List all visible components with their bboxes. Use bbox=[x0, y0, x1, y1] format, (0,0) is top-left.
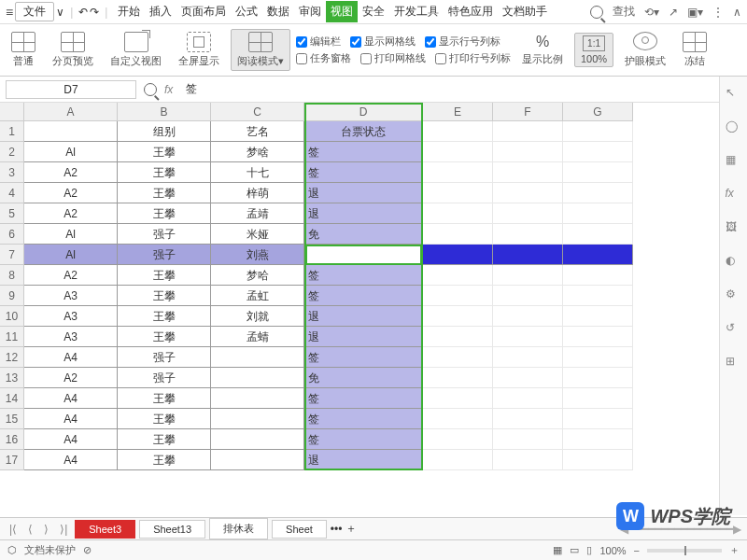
file-menu[interactable]: 文件 bbox=[15, 2, 54, 21]
col-F[interactable]: F bbox=[493, 103, 563, 121]
cell[interactable]: 强子 bbox=[118, 224, 211, 245]
row-13[interactable]: 13 bbox=[0, 368, 24, 388]
cell[interactable] bbox=[563, 368, 633, 388]
tab-special[interactable]: 特色应用 bbox=[444, 1, 498, 22]
cell[interactable] bbox=[423, 203, 493, 224]
cell[interactable]: 签 bbox=[304, 429, 423, 450]
cell[interactable] bbox=[423, 183, 493, 203]
cell[interactable]: 王攀 bbox=[118, 286, 211, 306]
row-14[interactable]: 14 bbox=[0, 388, 24, 409]
tab-last-icon[interactable]: ⟩| bbox=[56, 523, 71, 536]
cell[interactable]: 组别 bbox=[118, 121, 211, 142]
cell[interactable]: 签 bbox=[304, 347, 423, 368]
cell[interactable]: 王攀 bbox=[118, 265, 211, 286]
fullscreen-button[interactable]: 全屏显示 bbox=[173, 30, 225, 70]
cell[interactable]: 签 bbox=[304, 388, 423, 409]
cell[interactable]: A2 bbox=[24, 265, 118, 286]
tab-review[interactable]: 审阅 bbox=[294, 1, 326, 22]
view-grid-icon[interactable]: ▦ bbox=[553, 544, 562, 556]
undo-icon[interactable]: ↶ bbox=[78, 6, 88, 19]
cell[interactable]: 王攀 bbox=[118, 183, 211, 203]
cell[interactable] bbox=[423, 327, 493, 347]
select-icon[interactable]: ◯ bbox=[726, 119, 742, 136]
toggle-icon[interactable]: ⊘ bbox=[83, 544, 92, 556]
tab-view[interactable]: 视图 bbox=[326, 1, 358, 22]
cell[interactable]: 签 bbox=[304, 142, 423, 162]
settings-icon[interactable]: ⚙ bbox=[726, 287, 742, 304]
cell[interactable]: A2 bbox=[24, 203, 118, 224]
cell[interactable]: 梦啥 bbox=[211, 142, 304, 162]
cell[interactable] bbox=[563, 162, 633, 183]
cell[interactable]: 梓萌 bbox=[211, 183, 304, 203]
cell[interactable] bbox=[563, 224, 633, 245]
cell[interactable]: 签 bbox=[304, 286, 423, 306]
row-6[interactable]: 6 bbox=[0, 224, 24, 245]
col-D[interactable]: D bbox=[304, 103, 423, 121]
cell[interactable] bbox=[493, 368, 563, 388]
sheet-tab-rest[interactable]: 排休表 bbox=[209, 518, 268, 539]
cell[interactable] bbox=[423, 429, 493, 450]
check-printgrid[interactable]: 打印网格线 bbox=[360, 51, 426, 65]
cell[interactable] bbox=[24, 121, 118, 142]
cell[interactable]: 强子 bbox=[118, 245, 211, 265]
share-icon[interactable]: ↗ bbox=[669, 6, 678, 19]
hundred-button[interactable]: 1:1100% bbox=[574, 33, 613, 67]
sheet-tab-other[interactable]: Sheet bbox=[272, 520, 327, 539]
cell[interactable]: 刘燕 bbox=[211, 245, 304, 265]
cell[interactable]: 王攀 bbox=[118, 450, 211, 470]
tab-start[interactable]: 开始 bbox=[113, 1, 145, 22]
cell[interactable] bbox=[423, 224, 493, 245]
namebox-input[interactable]: D7 bbox=[6, 80, 136, 99]
dropdown-icon[interactable]: ∨ bbox=[56, 6, 64, 19]
cell[interactable]: 王攀 bbox=[118, 409, 211, 429]
cell[interactable] bbox=[493, 327, 563, 347]
cell[interactable]: A2 bbox=[24, 368, 118, 388]
row-12[interactable]: 12 bbox=[0, 347, 24, 368]
row-17[interactable]: 17 bbox=[0, 450, 24, 470]
cell[interactable] bbox=[493, 265, 563, 286]
cell[interactable] bbox=[493, 306, 563, 327]
cell[interactable] bbox=[493, 224, 563, 245]
cell[interactable] bbox=[493, 409, 563, 429]
col-C[interactable]: C bbox=[211, 103, 304, 121]
cell[interactable] bbox=[211, 368, 304, 388]
cell[interactable] bbox=[423, 142, 493, 162]
search-icon[interactable] bbox=[590, 6, 603, 19]
more-icon[interactable]: ⋮ bbox=[712, 6, 724, 19]
tab-formula[interactable]: 公式 bbox=[231, 1, 262, 22]
formula-bar[interactable]: 签 bbox=[180, 79, 741, 99]
check-taskpane[interactable]: 任务窗格 bbox=[296, 51, 351, 65]
cell[interactable] bbox=[211, 429, 304, 450]
cell[interactable] bbox=[563, 286, 633, 306]
cell[interactable]: 签 bbox=[304, 245, 423, 265]
check-headings[interactable]: 显示行号列标 bbox=[425, 35, 500, 49]
cell[interactable]: 强子 bbox=[118, 347, 211, 368]
cell[interactable] bbox=[563, 347, 633, 368]
cell[interactable]: 退 bbox=[304, 183, 423, 203]
normal-view-button[interactable]: 普通 bbox=[6, 30, 41, 70]
row-10[interactable]: 10 bbox=[0, 306, 24, 327]
view-page-icon[interactable]: ▭ bbox=[570, 544, 579, 556]
cell[interactable] bbox=[563, 142, 633, 162]
readmode-button[interactable]: 阅读模式▾ bbox=[231, 29, 290, 71]
table-icon[interactable]: ▦ bbox=[726, 153, 742, 170]
cell[interactable] bbox=[423, 450, 493, 470]
tab-dev[interactable]: 开发工具 bbox=[389, 1, 444, 22]
cell[interactable] bbox=[423, 409, 493, 429]
cell[interactable]: 退 bbox=[304, 327, 423, 347]
cell[interactable]: 孟靖 bbox=[211, 203, 304, 224]
cell[interactable]: 台票状态 bbox=[304, 121, 423, 142]
cell[interactable]: Al bbox=[24, 245, 118, 265]
history-icon[interactable]: ↺ bbox=[726, 321, 742, 338]
cell[interactable] bbox=[493, 347, 563, 368]
cell[interactable] bbox=[563, 327, 633, 347]
cell[interactable] bbox=[563, 409, 633, 429]
cell[interactable]: 王攀 bbox=[118, 327, 211, 347]
sync-icon[interactable]: ⟲▾ bbox=[644, 6, 659, 19]
fx-icon[interactable]: fx bbox=[164, 83, 173, 96]
cell[interactable]: 梦哈 bbox=[211, 265, 304, 286]
cell[interactable]: 王攀 bbox=[118, 162, 211, 183]
row-11[interactable]: 11 bbox=[0, 327, 24, 347]
row-7[interactable]: 7 bbox=[0, 245, 24, 265]
row-1[interactable]: 1 bbox=[0, 121, 24, 142]
